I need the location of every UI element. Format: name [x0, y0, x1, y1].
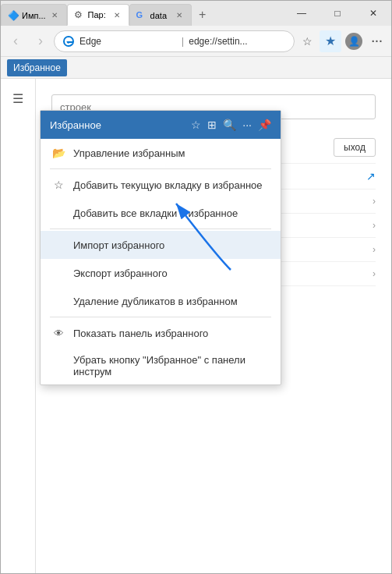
tabs-area: 🔷 Имп... ✕ ⚙ Пар: ✕ G data ✕ + — [1, 1, 284, 26]
tab-3-close[interactable]: ✕ — [174, 10, 185, 21]
import-icon — [51, 238, 65, 252]
manage-icon: 📂 — [51, 146, 65, 160]
dropdown-item-export-label: Экспорт избранного — [73, 268, 270, 279]
tab-1[interactable]: 🔷 Имп... ✕ — [1, 4, 67, 26]
add-current-icon: ☆ — [51, 178, 65, 192]
tab-3-favicon: G — [136, 10, 147, 21]
dropdown-item-manage[interactable]: 📂 Управление избранным — [41, 139, 281, 167]
header-pin-icon[interactable]: 📌 — [258, 119, 271, 131]
star-button[interactable]: ☆ — [296, 30, 318, 52]
address-separator: | — [182, 35, 184, 47]
show-bar-icon: 👁 — [51, 326, 65, 340]
nav-icons: ☆ ★ 👤 ··· — [296, 30, 388, 52]
dropdown-item-hide-btn[interactable]: Убрать кнопку "Избранное" с панели инстр… — [41, 347, 281, 384]
export-icon — [51, 266, 65, 280]
favorites-toolbar-label: Избранное — [13, 62, 61, 73]
dropdown-header: Избранное ☆ ⊞ 🔍 ··· 📌 — [41, 111, 281, 139]
tab-1-label: Имп... — [22, 11, 46, 20]
external-link-icon[interactable]: ↗ — [366, 170, 376, 182]
tab-3-label: data — [150, 11, 171, 20]
dropdown-item-add-all-label: Добавить все вкладки в избранное — [73, 207, 270, 219]
tab-2-label: Пар: — [88, 10, 108, 19]
tab-2[interactable]: ⚙ Пар: ✕ — [67, 4, 129, 26]
maximize-button[interactable]: □ — [320, 1, 355, 26]
dropdown-item-add-all[interactable]: Добавить все вкладки в избранное — [41, 199, 281, 227]
forward-button[interactable]: › — [29, 30, 52, 53]
dropdown-item-remove-dups-label: Удаление дубликатов в избранном — [73, 296, 270, 307]
settings-sidebar: ☰ — [1, 79, 36, 573]
tab-1-close[interactable]: ✕ — [49, 10, 60, 21]
tab-2-favicon: ⚙ — [74, 9, 85, 20]
profile-button[interactable]: 👤 — [343, 30, 365, 52]
more-button[interactable]: ··· — [366, 30, 388, 52]
favorites-toolbar: Избранное — [1, 57, 391, 79]
dropdown-item-remove-dups[interactable]: Удаление дубликатов в избранном — [41, 287, 281, 315]
close-button[interactable]: ✕ — [355, 1, 391, 26]
content-area: ☰ ыход ↗ › — [1, 79, 391, 573]
separator-2 — [50, 229, 271, 229]
header-star-icon[interactable]: ☆ — [191, 119, 201, 131]
dropdown-item-export[interactable]: Экспорт избранного — [41, 259, 281, 287]
dropdown-header-icons: ☆ ⊞ 🔍 ··· 📌 — [191, 119, 271, 131]
dropdown-item-add-current[interactable]: ☆ Добавить текущую вкладку в избранное — [41, 171, 281, 199]
edge-logo-icon — [62, 35, 75, 48]
profile-icon: 👤 — [345, 33, 362, 50]
dropdown-item-import[interactable]: Импорт избранного — [41, 231, 281, 259]
separator-3 — [50, 317, 271, 317]
address-url: edge://settin... — [189, 36, 286, 47]
settings-exit-button[interactable]: ыход — [334, 138, 376, 157]
dropdown-item-show-bar-label: Показать панель избранного — [73, 328, 270, 339]
address-bar[interactable]: Edge | edge://settin... — [54, 30, 295, 52]
dropdown-item-import-label: Импорт избранного — [73, 239, 270, 251]
dropdown-item-show-bar[interactable]: 👁 Показать панель избранного — [41, 319, 281, 347]
favorites-button[interactable]: ★ — [320, 30, 341, 52]
header-grid-icon[interactable]: ⊞ — [207, 119, 217, 131]
dropdown-item-manage-label: Управление избранным — [73, 147, 270, 159]
add-all-icon — [51, 206, 65, 220]
address-brand: Edge — [79, 36, 177, 47]
tab-2-close[interactable]: ✕ — [111, 9, 122, 20]
tab-3[interactable]: G data ✕ — [129, 4, 192, 26]
chevron-icon-5[interactable]: › — [373, 244, 376, 255]
header-more-icon[interactable]: ··· — [242, 119, 252, 131]
window-controls: — □ ✕ — [284, 1, 391, 26]
favorites-dropdown-menu: Избранное ☆ ⊞ 🔍 ··· 📌 📂 Управление избра… — [40, 110, 281, 385]
remove-dups-icon — [51, 294, 65, 308]
dropdown-header-title: Избранное — [50, 119, 101, 131]
favorites-toolbar-item[interactable]: Избранное — [7, 59, 67, 76]
chevron-icon-3[interactable]: › — [373, 196, 376, 207]
navbar: ‹ › Edge | edge://settin... ☆ ★ 👤 ··· — [1, 26, 391, 57]
chevron-icon-4[interactable]: › — [373, 220, 376, 231]
new-tab-button[interactable]: + — [192, 4, 214, 26]
header-search-icon[interactable]: 🔍 — [223, 119, 236, 131]
tab-1-favicon: 🔷 — [8, 10, 19, 21]
browser-window: 🔷 Имп... ✕ ⚙ Пар: ✕ G data ✕ + — □ ✕ — [0, 0, 392, 574]
hide-btn-icon — [51, 359, 65, 373]
separator-1 — [50, 168, 271, 169]
titlebar: 🔷 Имп... ✕ ⚙ Пар: ✕ G data ✕ + — □ ✕ — [1, 1, 391, 26]
dropdown-item-add-current-label: Добавить текущую вкладку в избранное — [73, 179, 270, 191]
dropdown-item-hide-btn-label: Убрать кнопку "Избранное" с панели инстр… — [73, 354, 270, 377]
minimize-button[interactable]: — — [284, 1, 320, 26]
chevron-icon-6[interactable]: › — [373, 268, 376, 279]
sidebar-menu-icon[interactable]: ☰ — [6, 87, 30, 110]
back-button[interactable]: ‹ — [4, 30, 27, 53]
